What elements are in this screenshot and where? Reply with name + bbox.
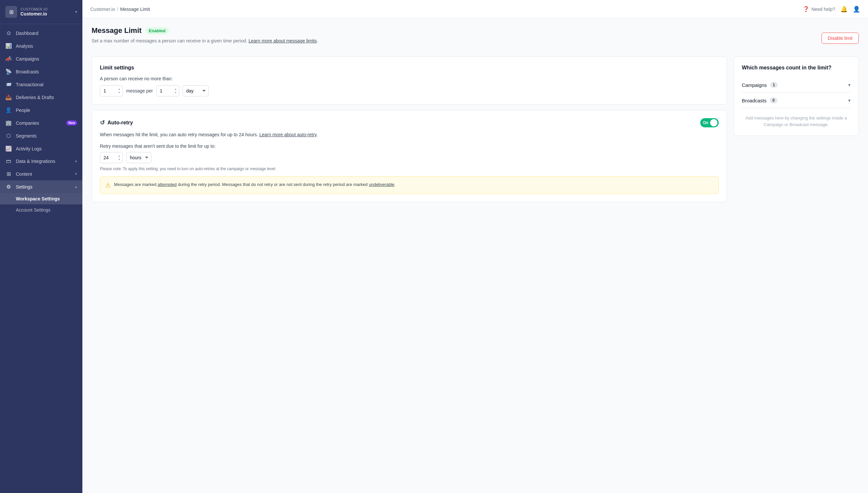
campaigns-icon: 📣 (5, 56, 12, 62)
sidebar-sub-item-account-settings[interactable]: Account Settings (0, 205, 82, 216)
page-header: Message Limit Enabled Set a max number o… (92, 26, 859, 50)
warning-icon: ⚠ (105, 182, 111, 189)
auto-retry-header: ↺ Auto-retry On (100, 118, 719, 127)
page-title: Message Limit (92, 26, 142, 35)
sidebar-item-broadcasts[interactable]: 📡 Broadcasts (0, 65, 82, 78)
campaigns-collapsible[interactable]: Campaigns 1 ▾ (742, 77, 850, 93)
sidebar-item-activity-logs[interactable]: 📈 Activity Logs (0, 142, 82, 155)
sidebar-sub-item-workspace-settings[interactable]: Workspace Settings (0, 193, 82, 205)
content-icon: ⊞ (5, 171, 12, 177)
broadcasts-collapsible[interactable]: Broadcasts 0 ▾ (742, 93, 850, 108)
message-count-spinners: ▲ ▼ (117, 88, 122, 94)
workspace-switcher[interactable]: ⊞ CUSTOMER.IO Customer.io ▾ (0, 0, 82, 24)
retry-count-spinners: ▲ ▼ (117, 154, 122, 161)
attempted-link[interactable]: attempted (158, 182, 177, 187)
help-label: Need help? (811, 6, 835, 12)
broadcasts-label-row: Broadcasts 0 (742, 98, 778, 103)
sidebar-item-transactional[interactable]: 📨 Transactional (0, 78, 82, 91)
companies-icon: 🏢 (5, 120, 12, 126)
learn-more-link[interactable]: Learn more about message limits (248, 38, 317, 43)
sidebar-item-segments[interactable]: ⬡ Segments (0, 129, 82, 142)
workspace-chevron-icon: ▾ (75, 9, 77, 14)
sidebar-item-analysis[interactable]: 📊 Analysis (0, 40, 82, 52)
sidebar-item-dashboard[interactable]: ⊙ Dashboard (0, 27, 82, 40)
campaigns-label: Campaigns (742, 82, 767, 88)
sidebar-item-label: Segments (16, 133, 77, 138)
content-columns: Limit settings A person can receive no m… (92, 57, 859, 207)
company-name: Customer.io (20, 11, 72, 17)
deliveries-icon: 📤 (5, 94, 12, 100)
increment-message-count[interactable]: ▲ (117, 88, 122, 91)
broadcasts-count-badge: 0 (770, 98, 778, 103)
left-column: Limit settings A person can receive no m… (92, 57, 727, 207)
decrement-message-count[interactable]: ▼ (117, 91, 122, 94)
help-button[interactable]: ❓ Need help? (803, 6, 835, 12)
page-title-row: Message Limit Enabled (92, 26, 318, 35)
warning-box: ⚠ Messages are marked attempted during t… (100, 176, 719, 194)
sidebar-item-label: Broadcasts (16, 69, 77, 74)
sidebar-item-content[interactable]: ⊞ Content ▾ (0, 168, 82, 180)
sidebar-item-data-integrations[interactable]: 🗃 Data & Integrations ▾ (0, 155, 82, 168)
toggle-track[interactable]: On (700, 118, 719, 127)
campaigns-count-badge: 1 (770, 82, 778, 88)
status-badge: Enabled (146, 27, 169, 34)
disable-limit-button[interactable]: Disable limit (822, 33, 859, 44)
transactional-icon: 📨 (5, 81, 12, 88)
sidebar-item-settings[interactable]: ⚙ Settings ▴ (0, 180, 82, 193)
limit-row: ▲ ▼ message per ▲ ▼ (100, 85, 719, 97)
toggle-thumb (710, 119, 718, 126)
user-avatar-icon[interactable]: 👤 (853, 6, 860, 13)
people-icon: 👤 (5, 107, 12, 113)
dashboard-icon: ⊙ (5, 30, 12, 36)
chevron-down-icon: ▾ (75, 172, 77, 176)
increment-period-count[interactable]: ▲ (173, 88, 178, 91)
period-unit-select[interactable]: day week month (183, 85, 208, 97)
increment-retry-count[interactable]: ▲ (117, 154, 122, 158)
sidebar-item-label: Content (16, 171, 71, 177)
toggle-label: On (703, 121, 708, 125)
workspace-icon: ⊞ (5, 6, 17, 18)
sidebar-nav: ⊙ Dashboard 📊 Analysis 📣 Campaigns 📡 Bro… (0, 24, 82, 493)
company-label: CUSTOMER.IO (20, 7, 72, 11)
broadcasts-label: Broadcasts (742, 98, 767, 103)
decrement-period-count[interactable]: ▼ (173, 91, 178, 94)
sidebar-item-label: Deliveries & Drafts (16, 95, 77, 100)
breadcrumb-root[interactable]: Customer.io (90, 6, 115, 12)
auto-retry-description: When messages hit the limit, you can aut… (100, 131, 719, 138)
warning-text: Messages are marked attempted during the… (114, 181, 396, 188)
broadcasts-icon: 📡 (5, 68, 12, 75)
sidebar-item-label: Companies (16, 121, 62, 126)
sidebar-item-campaigns[interactable]: 📣 Campaigns (0, 52, 82, 65)
retry-unit-select[interactable]: hours days (126, 152, 151, 163)
chevron-down-icon: ▾ (75, 159, 77, 164)
undeliverable-link[interactable]: undeliverable (369, 182, 394, 187)
sidebar-item-label: Dashboard (16, 30, 77, 36)
sidebar-item-label: Analysis (16, 43, 77, 49)
message-count-input-wrap: ▲ ▼ (100, 85, 123, 97)
data-icon: 🗃 (5, 158, 12, 164)
auto-retry-learn-more-link[interactable]: Learn more about auto-retry (259, 132, 316, 137)
chevron-up-icon: ▴ (75, 185, 77, 189)
segments-icon: ⬡ (5, 133, 12, 139)
sidebar-item-people[interactable]: 👤 People (0, 104, 82, 116)
notification-icon[interactable]: 🔔 (840, 6, 848, 13)
message-count-card: Which messages count in the limit? Campa… (733, 57, 859, 136)
limit-settings-title: Limit settings (100, 65, 719, 71)
retry-note: Please note: To apply this setting, you … (100, 167, 719, 171)
settings-icon: ⚙ (5, 184, 12, 190)
account-settings-label: Account Settings (16, 207, 51, 213)
decrement-retry-count[interactable]: ▼ (117, 158, 122, 161)
auto-retry-toggle[interactable]: On (700, 118, 719, 127)
sidebar: ⊞ CUSTOMER.IO Customer.io ▾ ⊙ Dashboard … (0, 0, 82, 493)
main-content: Customer.io / Message Limit ❓ Need help?… (82, 0, 868, 493)
period-count-spinners: ▲ ▼ (173, 88, 178, 94)
new-badge: New (66, 121, 77, 125)
topbar: Customer.io / Message Limit ❓ Need help?… (82, 0, 868, 18)
sidebar-item-deliveries[interactable]: 📤 Deliveries & Drafts (0, 91, 82, 104)
sidebar-item-companies[interactable]: 🏢 Companies New (0, 116, 82, 129)
sidebar-item-label: Campaigns (16, 56, 77, 62)
sidebar-item-label: Settings (16, 184, 71, 190)
period-count-input-wrap: ▲ ▼ (156, 85, 179, 97)
workspace-settings-label: Workspace Settings (16, 196, 60, 201)
activity-icon: 📈 (5, 146, 12, 152)
